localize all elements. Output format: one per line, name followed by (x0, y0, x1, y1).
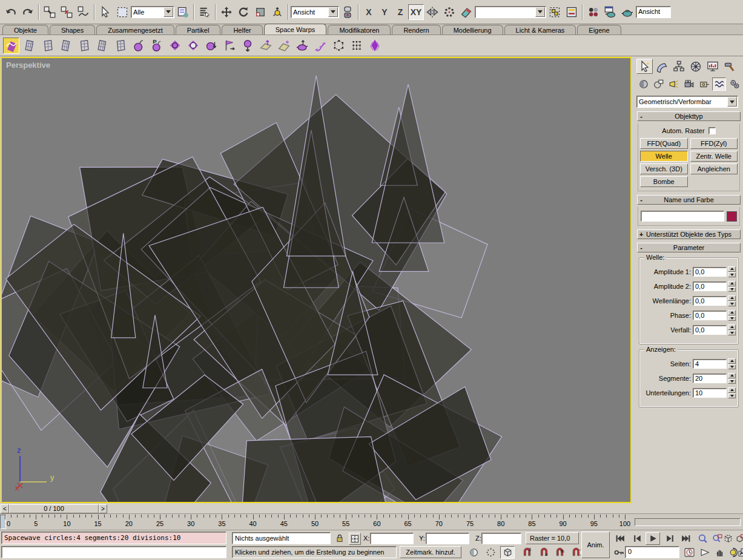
taper-spacewarp-icon[interactable] (39, 38, 56, 54)
perspective-viewport[interactable]: zyx Perspektive (1, 57, 632, 503)
spinner[interactable] (728, 358, 736, 369)
zoom-icon[interactable] (695, 532, 710, 545)
chevron-down-icon[interactable] (535, 7, 545, 17)
param-field[interactable]: 0,0 (693, 267, 727, 277)
object-name-input[interactable] (641, 211, 724, 222)
unlink-icon[interactable] (58, 3, 75, 21)
tab-hierarchy[interactable] (670, 59, 687, 74)
spinner-up-icon[interactable] (728, 324, 736, 330)
move-icon[interactable] (218, 3, 235, 21)
selection-lock-icon[interactable] (334, 533, 345, 544)
shapes-icon[interactable] (652, 77, 665, 91)
param-field[interactable]: 0,0 (693, 282, 727, 291)
conform-spacewarp-icon[interactable] (294, 38, 310, 54)
param-field[interactable]: 20 (693, 374, 727, 383)
scale-icon[interactable] (252, 3, 269, 21)
spinner[interactable] (728, 295, 736, 306)
tab-modifikatoren[interactable]: Modifikatoren (328, 25, 391, 35)
chevron-down-icon[interactable] (163, 7, 173, 17)
current-frame-field[interactable]: 0 (625, 546, 679, 558)
autogrid-checkbox[interactable] (708, 127, 716, 134)
maxscript-listener-output[interactable]: Spacewave circles:4 segments:20 division… (1, 532, 226, 544)
render-type-field[interactable]: Ansicht (636, 6, 671, 18)
axis-xy-button[interactable]: XY (408, 4, 424, 20)
link-icon[interactable] (41, 3, 58, 21)
ffd-cyl-spacewarp-icon[interactable] (348, 38, 365, 54)
tab-objekte[interactable]: Objekte (2, 25, 48, 35)
objekttyp-button-bombe[interactable]: Bombe (640, 176, 688, 187)
bomb-spacewarp-icon[interactable] (130, 38, 147, 54)
angle-snap-icon[interactable] (537, 546, 551, 559)
frame-prev-button[interactable]: < (1, 504, 9, 513)
tab-motion[interactable] (687, 59, 704, 74)
z-coord-field[interactable] (481, 533, 521, 544)
field-of-view-icon[interactable] (698, 546, 712, 559)
chevron-down-icon[interactable] (727, 97, 737, 107)
zoom-extents-all-icon[interactable] (733, 532, 743, 545)
tab-space-warps[interactable]: Space Warps (264, 24, 327, 35)
spacewarps-icon[interactable] (712, 77, 726, 91)
spinner-up-icon[interactable] (728, 281, 736, 286)
twist-spacewarp-icon[interactable] (58, 38, 74, 54)
tab-modellierung[interactable]: Modellierung (442, 25, 503, 35)
tab-helfer[interactable]: Helfer (222, 25, 262, 35)
param-field[interactable]: 10 (693, 388, 727, 398)
axis-z-button[interactable]: Z (392, 4, 408, 20)
cameras-icon[interactable] (682, 77, 696, 91)
spinner[interactable] (728, 324, 736, 335)
param-field[interactable]: 0,0 (693, 325, 727, 335)
spinner-down-icon[interactable] (728, 394, 736, 399)
wave-spacewarp-icon[interactable] (3, 38, 19, 54)
mirror-icon[interactable] (424, 3, 441, 21)
array-icon[interactable] (441, 3, 458, 21)
shaded-view-icon[interactable] (466, 546, 481, 559)
rotate-icon[interactable] (235, 3, 252, 21)
rollout-parameter[interactable]: - Parameter (637, 243, 741, 252)
spinner-down-icon[interactable] (728, 379, 736, 384)
redo-icon[interactable] (19, 3, 36, 21)
set-key-icon[interactable] (612, 546, 626, 559)
selection-filter-dropdown[interactable]: Alle (131, 6, 174, 18)
rollout-objekttyp[interactable]: - Objekttyp (637, 111, 741, 121)
skew-spacewarp-icon[interactable] (94, 38, 110, 54)
next-frame-icon[interactable] (662, 532, 677, 545)
systems-icon[interactable] (727, 77, 741, 91)
schematic-view-icon[interactable] (585, 3, 602, 21)
add-time-tag-button[interactable]: Zeitmark. hinzuf. (400, 546, 461, 558)
displace-spacewarp-icon[interactable] (185, 38, 201, 54)
spinner-up-icon[interactable] (728, 310, 736, 315)
collapse-icon[interactable]: - (638, 113, 645, 120)
helpers-icon[interactable] (697, 77, 711, 91)
lights-icon[interactable] (667, 77, 681, 91)
frame-next-button[interactable]: > (99, 504, 107, 513)
quick-render-icon[interactable] (619, 3, 636, 21)
goto-end-icon[interactable] (678, 532, 693, 545)
select-object-icon[interactable] (97, 3, 114, 21)
param-field[interactable]: 0,0 (693, 311, 727, 320)
spinner[interactable] (728, 387, 736, 398)
trackview-icon[interactable] (563, 3, 580, 21)
viewport-canvas[interactable]: zyx (2, 58, 630, 502)
time-slider[interactable]: 0 / 100 (9, 504, 99, 513)
tab-zusammengesetzt[interactable]: Zusammengesetzt (96, 25, 174, 35)
spinner-down-icon[interactable] (728, 287, 736, 292)
time-config-icon[interactable] (682, 546, 696, 559)
manipulate-icon[interactable] (269, 3, 286, 21)
geometry-icon[interactable] (636, 77, 650, 91)
spinner-down-icon[interactable] (728, 301, 736, 307)
select-by-name-icon[interactable] (174, 3, 191, 21)
objekttyp-button-welle[interactable]: Welle (640, 151, 688, 162)
absolute-offset-toggle-icon[interactable] (349, 533, 361, 545)
tab-licht-kameras[interactable]: Licht & Kameras (504, 25, 576, 35)
objekttyp-button-angleichen[interactable]: Angleichen (690, 163, 738, 174)
path-deflect-spacewarp-icon[interactable] (312, 38, 328, 54)
goto-start-icon[interactable] (613, 532, 627, 545)
spinner[interactable] (728, 281, 736, 292)
y-coord-field[interactable] (426, 533, 469, 544)
push-spacewarp-icon[interactable] (167, 38, 183, 54)
align-icon[interactable] (458, 3, 475, 21)
viewport-label[interactable]: Perspektive (6, 61, 50, 70)
animate-button[interactable]: Anim. (581, 532, 610, 558)
stretch-spacewarp-icon[interactable] (112, 38, 128, 54)
tab-eigene[interactable]: Eigene (577, 25, 621, 35)
